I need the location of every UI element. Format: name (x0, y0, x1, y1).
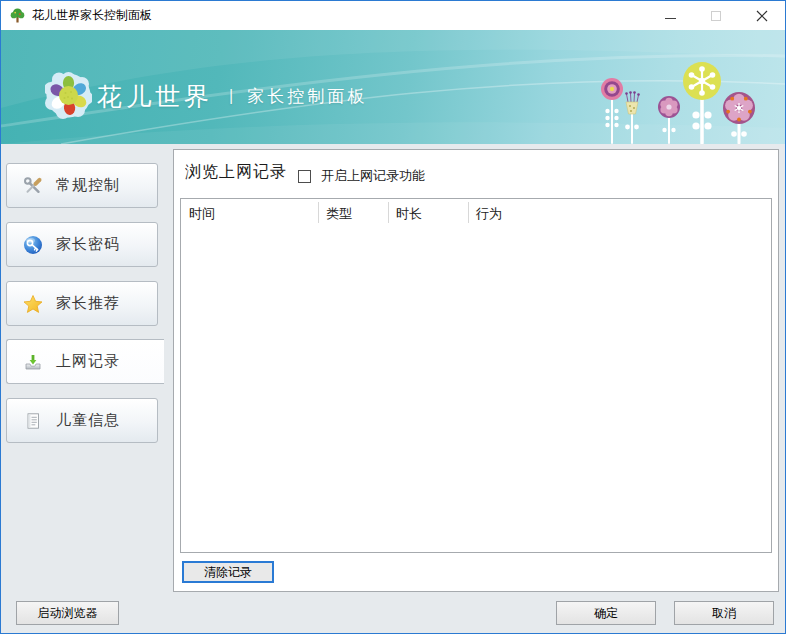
brand-name: 花儿世界 (97, 80, 213, 113)
maximize-icon (711, 11, 721, 21)
tulip-icon (625, 91, 640, 114)
flower-leaves (605, 109, 747, 137)
close-button[interactable] (739, 1, 785, 30)
enable-records-checkbox[interactable] (298, 170, 311, 183)
cancel-button[interactable]: 取消 (674, 601, 774, 625)
brand-subtitle: 家长控制面板 (247, 85, 367, 108)
sidebar-item-label: 家长推荐 (56, 294, 120, 313)
maximize-button (693, 1, 739, 30)
minimize-icon (665, 18, 676, 19)
column-divider (388, 202, 389, 223)
column-header-type[interactable]: 类型 (326, 205, 352, 223)
enable-records-label: 开启上网记录功能 (321, 167, 425, 185)
sidebar-item-label: 儿童信息 (56, 411, 120, 430)
download-tray-icon (23, 352, 43, 372)
flower-ring-icon (601, 78, 623, 100)
page-title: 浏览上网记录 (185, 162, 287, 183)
window-controls (647, 1, 785, 30)
column-header-duration[interactable]: 时长 (396, 205, 422, 223)
star-icon (23, 294, 43, 314)
sidebar-item-child-info[interactable]: 儿童信息 (6, 398, 158, 443)
column-divider (468, 202, 469, 223)
launch-browser-button[interactable]: 启动浏览器 (16, 601, 119, 625)
sidebar-item-parent-password[interactable]: 家长密码 (6, 222, 158, 267)
document-icon (23, 411, 43, 431)
tree-icon (9, 7, 26, 24)
close-icon (756, 10, 768, 22)
column-header-time[interactable]: 时间 (189, 205, 215, 223)
header-banner: 花儿世界 | 家长控制面板 (1, 30, 785, 144)
column-header-behavior[interactable]: 行为 (476, 205, 502, 223)
asterisk-flower-icon (683, 62, 721, 100)
titlebar: 花儿世界家长控制面板 (1, 1, 785, 30)
content-panel: 浏览上网记录 开启上网记录功能 时间 类型 时长 行为 清除记录 (173, 149, 779, 592)
sidebar-item-label: 常规控制 (56, 176, 120, 195)
sidebar-item-general-control[interactable]: 常规控制 (6, 163, 158, 208)
records-table: 时间 类型 时长 行为 (180, 198, 772, 553)
sidebar-item-parent-recommend[interactable]: 家长推荐 (6, 281, 158, 326)
sidebar-item-internet-records[interactable]: 上网记录 (6, 339, 164, 384)
window-title: 花儿世界家长控制面板 (32, 1, 152, 30)
petal-flower-icon (723, 92, 755, 124)
sidebar-item-label: 上网记录 (56, 352, 120, 371)
minimize-button[interactable] (647, 1, 693, 30)
key-sphere-icon (23, 235, 43, 255)
brand-logo-icon (45, 72, 92, 119)
enable-records-checkbox-row[interactable]: 开启上网记录功能 (298, 167, 425, 185)
ok-button[interactable]: 确定 (556, 601, 656, 625)
sidebar-item-label: 家长密码 (56, 235, 120, 254)
flower-stems (612, 96, 739, 143)
clear-records-button[interactable]: 清除记录 (182, 561, 274, 583)
app-window: 花儿世界家长控制面板 (0, 0, 786, 634)
brand-text: 花儿世界 | 家长控制面板 (97, 68, 367, 124)
flower-rosette-icon (658, 96, 680, 118)
tools-icon (23, 176, 43, 196)
column-divider (318, 202, 319, 223)
brand-separator: | (229, 87, 233, 105)
